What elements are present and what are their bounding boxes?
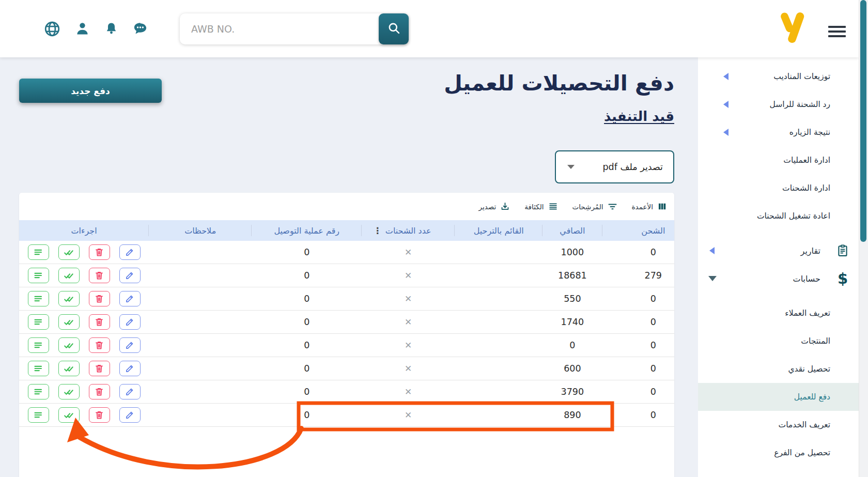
approve-button[interactable] — [58, 244, 80, 260]
approve-button[interactable] — [58, 268, 80, 283]
cell-net: 0 — [542, 334, 602, 357]
chat-icon[interactable] — [132, 21, 148, 37]
list-icon — [33, 316, 44, 328]
kebab-vertical-icon[interactable]: ⋮ — [373, 225, 382, 236]
delete-icon — [94, 247, 105, 258]
sidebar-item-6[interactable]: تقارير — [698, 237, 859, 265]
delete-button[interactable] — [89, 384, 110, 399]
approve-button[interactable] — [58, 291, 80, 306]
details-button[interactable] — [28, 314, 49, 330]
approve-button[interactable] — [58, 337, 80, 353]
edit-button[interactable] — [119, 361, 141, 376]
toolbar-density-button[interactable]: الكثافة — [524, 201, 558, 212]
user-icon[interactable] — [74, 21, 90, 37]
approve-button[interactable] — [58, 314, 80, 330]
sidebar-item-10[interactable]: تحصيل نقدي — [698, 355, 859, 383]
column-header-0[interactable]: الشحن — [602, 220, 674, 241]
delete-button[interactable] — [89, 244, 110, 260]
edit-button[interactable] — [119, 337, 141, 353]
edit-button[interactable] — [119, 384, 141, 399]
toolbar-label: تصدير — [479, 203, 497, 211]
details-button[interactable] — [28, 244, 49, 260]
column-header-6[interactable]: اجرءات — [19, 220, 149, 241]
column-header-5[interactable]: ملاحظات — [149, 220, 252, 241]
approve-button[interactable] — [58, 384, 80, 399]
edit-icon — [124, 316, 135, 328]
sidebar-item-12[interactable]: تعريف الخدمات — [698, 411, 859, 439]
sidebar-item-3[interactable]: ادارة العمليات — [698, 146, 859, 174]
details-button[interactable] — [28, 291, 49, 306]
edit-button[interactable] — [119, 268, 141, 283]
v-logo[interactable] — [776, 11, 808, 47]
delete-icon — [94, 386, 105, 397]
column-header-3[interactable]: عدد الشحنات⋮ — [362, 220, 455, 241]
delete-icon — [94, 363, 105, 374]
details-button[interactable] — [28, 407, 49, 423]
sidebar-item-7[interactable]: حسابات$ — [698, 265, 859, 293]
awb-search — [180, 13, 409, 44]
details-button[interactable] — [28, 384, 49, 399]
column-header-4[interactable]: رقم عملية التوصيل — [252, 220, 362, 241]
sidebar-item-2[interactable]: نتيجة الزياره — [698, 118, 859, 146]
awb-search-input[interactable] — [180, 13, 382, 44]
table-row-2: 0550✕0 — [19, 287, 674, 311]
delete-button[interactable] — [89, 361, 110, 376]
scrollbar-thumb[interactable] — [860, 0, 866, 242]
details-button[interactable] — [28, 337, 49, 353]
cell-shipments: ✕ — [362, 380, 455, 403]
sidebar-item-1[interactable]: رد الشحنة للراسل — [698, 90, 859, 118]
edit-button[interactable] — [119, 407, 141, 423]
cell-mover — [455, 334, 542, 357]
table-row-0: 01000✕0 — [19, 241, 674, 264]
export-select-value: تصدير ملف pdf — [602, 162, 663, 172]
delete-button[interactable] — [89, 337, 110, 353]
approve-button[interactable] — [58, 361, 80, 376]
sidebar-item-5[interactable]: اعادة تشغيل الشحنات — [698, 202, 859, 230]
sidebar-item-9[interactable]: المنتجات — [698, 327, 859, 355]
delete-icon — [94, 270, 105, 281]
caret-left-icon — [723, 101, 729, 108]
cell-delivery_no: 0 — [252, 241, 362, 264]
globe-icon[interactable] — [43, 20, 61, 38]
toolbar-filter-button[interactable]: المُرشِحات — [572, 201, 618, 212]
sidebar-item-4[interactable]: ادارة الشحنات — [698, 174, 859, 202]
edit-button[interactable] — [119, 314, 141, 330]
cell-shipments: ✕ — [362, 241, 455, 264]
toolbar-export-button[interactable]: تصدير — [479, 201, 511, 212]
sidebar-item-0[interactable]: توزيعات المناديب — [698, 63, 859, 90]
page-subtitle: قيد التنفيذ — [604, 109, 674, 124]
new-payment-button[interactable]: دفع جديد — [19, 79, 162, 103]
sidebar-item-8[interactable]: تعريف العملاء — [698, 299, 859, 327]
edit-button[interactable] — [119, 244, 141, 260]
edit-button[interactable] — [119, 291, 141, 306]
delete-button[interactable] — [89, 314, 110, 330]
approve-button[interactable] — [58, 407, 80, 423]
cell-shipping: 0 — [602, 334, 674, 357]
column-header-2[interactable]: القائم بالترحيل — [455, 220, 542, 241]
x-mark-icon: ✕ — [405, 294, 412, 304]
details-button[interactable] — [28, 268, 49, 283]
sidebar-item-13[interactable]: تحصيل من الفرع — [698, 439, 859, 467]
column-header-1[interactable]: الصافي — [542, 220, 602, 241]
sidebar-item-label: المنتجات — [801, 336, 830, 346]
sidebar-item-11[interactable]: دفع للعميل — [698, 383, 859, 411]
cell-mover — [455, 264, 542, 287]
delete-button[interactable] — [89, 291, 110, 306]
details-button[interactable] — [28, 361, 49, 376]
table-row-4: 00✕0 — [19, 334, 674, 357]
cell-notes — [149, 287, 252, 310]
delete-button[interactable] — [89, 407, 110, 423]
delete-button[interactable] — [89, 268, 110, 283]
filter-icon — [607, 201, 618, 212]
export-pdf-select[interactable]: تصدير ملف pdf — [555, 150, 674, 183]
report-icon — [835, 243, 850, 258]
bell-icon[interactable] — [104, 21, 119, 36]
search-button[interactable] — [379, 13, 409, 44]
toolbar-columns-button[interactable]: الأعمدة — [632, 201, 668, 212]
main-content: دفع التحصيلات للعميل قيد التنفيذ دفع جدي… — [0, 57, 698, 477]
hamburger-menu-icon[interactable] — [828, 23, 846, 40]
table-header-row: الشحنالصافيالقائم بالترحيلعدد الشحنات⋮رق… — [19, 220, 674, 241]
list-icon — [33, 340, 44, 351]
table-row-1: 27918681✕0 — [19, 264, 674, 287]
cell-notes — [149, 334, 252, 357]
